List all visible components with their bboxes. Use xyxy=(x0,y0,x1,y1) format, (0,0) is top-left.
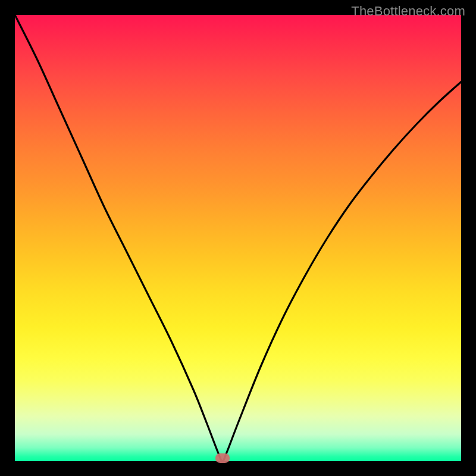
chart-frame: TheBottleneck.com xyxy=(0,0,476,476)
watermark-text: TheBottleneck.com xyxy=(351,4,465,19)
optimum-marker xyxy=(215,453,230,463)
chart-plot-area xyxy=(15,15,461,461)
bottleneck-curve xyxy=(15,15,461,461)
